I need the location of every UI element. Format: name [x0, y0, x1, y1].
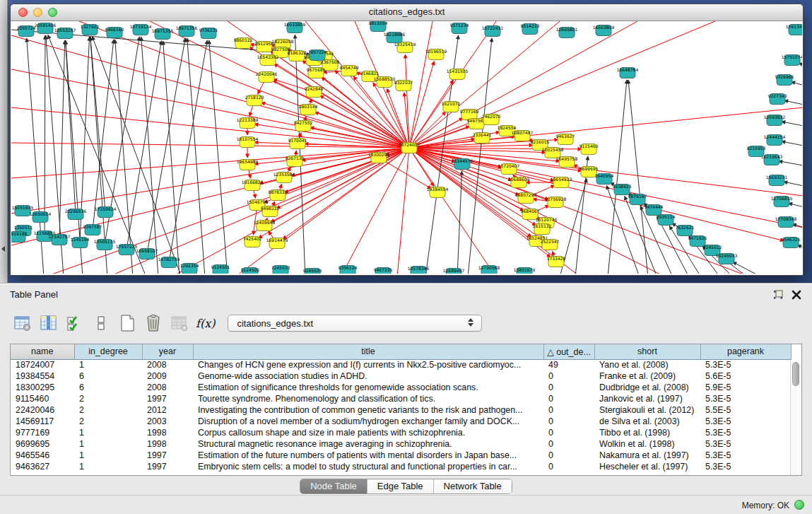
cell-out_degree[interactable]: 0 — [543, 382, 594, 393]
network-node[interactable]: 1292354 — [180, 263, 199, 274]
network-node[interactable]: 2055724 — [17, 25, 36, 37]
float-panel-icon[interactable] — [772, 289, 784, 300]
cell-in_degree[interactable]: 1 — [74, 359, 142, 370]
network-node[interactable]: 13325419 — [394, 42, 416, 53]
cell-title[interactable]: Genome-wide association studies in ADHD. — [193, 370, 543, 382]
table-row[interactable]: 977716911998Corpus callosum shape and si… — [11, 427, 791, 438]
cell-short[interactable]: Tibbo et al. (1998) — [594, 427, 700, 438]
select-all-icon[interactable] — [64, 312, 86, 334]
cell-short[interactable]: Franke et al. (2009) — [594, 370, 700, 382]
cell-pagerank[interactable]: 5.3E-5 — [700, 450, 791, 461]
network-node[interactable]: 9227343 — [768, 93, 787, 105]
cell-short[interactable]: Hescheler et al. (1997) — [594, 461, 700, 472]
network-node[interactable]: 19654985 — [237, 159, 259, 170]
cell-pagerank[interactable]: 5.9E-5 — [700, 382, 791, 393]
table-row[interactable]: 1872400712008Changes of HCN gene express… — [11, 359, 791, 370]
cell-in_degree[interactable]: 6 — [74, 370, 142, 382]
network-node[interactable]: 8356124 — [339, 265, 358, 274]
network-node[interactable]: 19218986 — [384, 32, 406, 43]
cell-in_degree[interactable]: 1 — [74, 438, 142, 450]
network-node[interactable]: 8860122 — [234, 37, 253, 49]
network-node[interactable]: 16648784 — [617, 67, 639, 78]
network-node[interactable]: 9245035 — [303, 268, 322, 274]
network-node[interactable]: 9675685 — [307, 67, 326, 78]
column-header-pagerank[interactable]: pagerank — [700, 344, 791, 359]
table-row[interactable]: 1830029562008Estimation of significance … — [11, 382, 791, 393]
cell-short[interactable]: Dudbridge et al. (2008) — [594, 382, 700, 393]
cell-name[interactable]: 9463627 — [11, 461, 74, 472]
network-node[interactable]: 9736231 — [199, 28, 218, 39]
network-node[interactable]: 9329966 — [775, 74, 794, 86]
network-node[interactable]: 18300295 — [368, 152, 390, 163]
function-builder-icon[interactable]: f(x) — [196, 317, 215, 330]
cell-title[interactable]: Estimation of significance thresholds fo… — [193, 382, 543, 393]
network-node[interactable]: 15913406 — [786, 24, 802, 35]
network-node[interactable]: 1327602 — [81, 24, 100, 35]
clear-selection-icon[interactable] — [90, 312, 112, 334]
scrollbar-thumb[interactable] — [792, 362, 799, 386]
network-node[interactable]: 9571234 — [450, 23, 469, 34]
cell-name[interactable]: 18724007 — [11, 359, 74, 370]
network-node[interactable]: 3919188 — [11, 231, 28, 243]
side-splitter[interactable] — [0, 0, 8, 283]
cell-out_degree[interactable]: 0 — [543, 450, 594, 461]
network-node[interactable]: 8454749 — [340, 65, 359, 76]
network-node[interactable]: 11431505 — [447, 69, 469, 80]
network-view[interactable]: 1872400788601228912958182260589827508165… — [11, 21, 802, 274]
network-node[interactable]: 7857224 — [308, 49, 327, 61]
network-node[interactable]: 18971356 — [176, 25, 198, 37]
network-node[interactable]: 16210643 — [761, 154, 783, 165]
cell-year[interactable]: 1997 — [142, 393, 193, 404]
network-node[interactable]: 10245033 — [716, 253, 738, 264]
cell-year[interactable]: 1998 — [142, 427, 193, 438]
cell-out_degree[interactable]: 0 — [543, 427, 594, 438]
network-node[interactable]: 10756928 — [545, 197, 567, 208]
cell-year[interactable]: 2008 — [142, 359, 193, 370]
network-node[interactable]: 7632621 — [676, 225, 695, 236]
network-node[interactable]: 12650614 — [30, 211, 52, 223]
cell-pagerank[interactable]: 5.3E-5 — [700, 359, 791, 370]
network-node[interactable]: 15688520 — [374, 76, 396, 88]
network-node[interactable]: 8813054 — [369, 21, 388, 32]
network-node[interactable]: 10578346 — [408, 266, 430, 274]
network-svg[interactable]: 1872400788601228912958182260589827508165… — [11, 21, 802, 274]
network-node[interactable]: 16914479 — [266, 238, 288, 249]
cell-out_degree[interactable]: 0 — [543, 393, 594, 404]
cell-name[interactable]: 9699695 — [11, 438, 74, 450]
network-node[interactable]: 1640954 — [595, 173, 614, 185]
tab-node-table[interactable]: Node Table — [300, 479, 367, 493]
cell-pagerank[interactable]: 5.3E-5 — [700, 438, 791, 450]
network-node[interactable]: 15751074 — [782, 54, 802, 66]
cell-year[interactable]: 2009 — [142, 370, 193, 382]
network-node[interactable]: 8514233 — [521, 23, 540, 35]
network-node[interactable]: 2935114 — [657, 214, 676, 226]
cell-in_degree[interactable]: 1 — [74, 450, 142, 461]
column-header-title[interactable]: title — [193, 344, 543, 359]
cell-in_degree[interactable]: 6 — [74, 382, 142, 393]
network-node[interactable]: 15344576 — [452, 158, 473, 170]
cell-pagerank[interactable]: 5.3E-5 — [700, 427, 791, 438]
close-panel-icon[interactable] — [791, 289, 802, 300]
delete-table-icon[interactable] — [168, 312, 191, 334]
cell-title[interactable]: Corpus callosum shape and size in male p… — [193, 427, 543, 438]
table-row[interactable]: 946554611997Estimation of the future num… — [11, 450, 791, 461]
network-node[interactable]: 20591406 — [35, 23, 57, 34]
cell-short[interactable]: Yano et al. (2008) — [594, 359, 700, 370]
cell-year[interactable]: 1998 — [142, 438, 193, 450]
close-button[interactable] — [18, 8, 28, 17]
network-node[interactable]: 16603809 — [593, 25, 615, 36]
network-node[interactable]: 12213389 — [237, 117, 259, 129]
network-node[interactable]: 22420046 — [256, 71, 278, 83]
zoom-button[interactable] — [48, 8, 57, 17]
network-node[interactable]: 12790568 — [478, 265, 500, 274]
cell-title[interactable]: Structural magnetic resonance image aver… — [193, 438, 543, 450]
new-column-icon[interactable] — [116, 312, 139, 334]
cell-in_degree[interactable]: 2 — [74, 404, 142, 416]
network-node[interactable]: 16958107 — [136, 248, 158, 259]
tab-network-table[interactable]: Network Table — [434, 479, 512, 493]
cell-in_degree[interactable]: 1 — [74, 461, 142, 472]
network-node[interactable]: 17709348 — [775, 216, 797, 228]
cell-short[interactable]: Jankovic et al. (1997) — [594, 393, 700, 404]
network-node[interactable]: 1615132 — [533, 223, 552, 235]
network-node[interactable]: 6879197 — [628, 194, 647, 205]
